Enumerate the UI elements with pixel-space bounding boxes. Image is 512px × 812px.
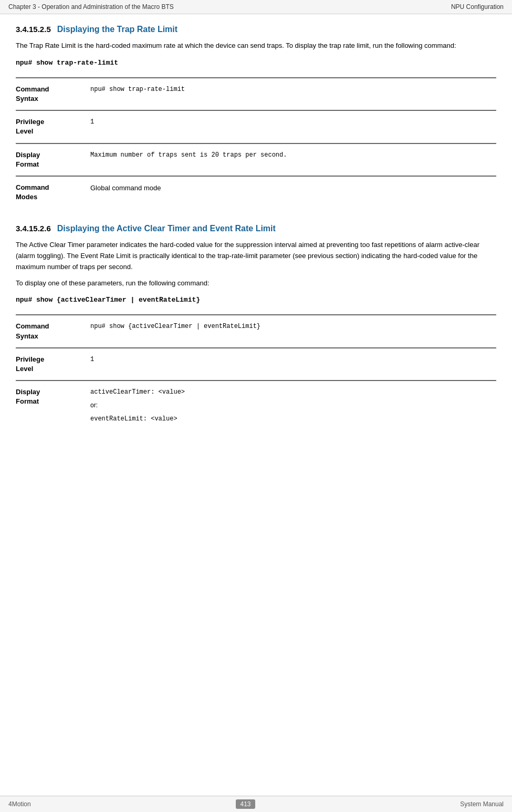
section-1-title: Displaying the Trap Rate Limit xyxy=(57,25,177,34)
section-2-title: Displaying the Active Clear Timer and Ev… xyxy=(57,224,276,233)
label-privilege-level-1: PrivilegeLevel xyxy=(16,111,85,142)
label-display-format-2: DisplayFormat xyxy=(16,381,85,433)
section-1-heading: 3.4.15.2.5 Displaying the Trap Rate Limi… xyxy=(16,25,496,34)
footer-right: System Manual xyxy=(460,800,504,808)
footer-page-number: 413 xyxy=(236,799,255,809)
section-2-row-privilege-level: PrivilegeLevel 1 xyxy=(16,347,496,380)
section-1-row-display-format: DisplayFormat Maximum number of traps se… xyxy=(16,143,496,176)
header-right: NPU Configuration xyxy=(451,3,504,11)
footer-left: 4Motion xyxy=(8,800,31,808)
value-command-modes-1: Global command mode xyxy=(85,177,496,208)
main-content: 3.4.15.2.5 Displaying the Trap Rate Limi… xyxy=(0,14,512,443)
section-2-number: 3.4.15.2.6 xyxy=(16,224,51,233)
label-command-syntax-1: CommandSyntax xyxy=(16,78,85,110)
section-2-row-display-format: DisplayFormat activeClearTimer: <value> … xyxy=(16,380,496,433)
label-command-modes-1: CommandModes xyxy=(16,177,85,208)
page-header: Chapter 3 - Operation and Administration… xyxy=(0,0,512,14)
section-1-table: CommandSyntax npu# show trap-rate-limit … xyxy=(16,77,496,209)
value-display-format-1: Maximum number of traps sent is 20 traps… xyxy=(85,144,496,176)
section-1-row-privilege-level: PrivilegeLevel 1 xyxy=(16,110,496,142)
section-1-row-command-syntax: CommandSyntax npu# show trap-rate-limit xyxy=(16,77,496,110)
section-2-heading: 3.4.15.2.6 Displaying the Active Clear T… xyxy=(16,224,496,233)
header-left: Chapter 3 - Operation and Administration… xyxy=(8,3,174,11)
label-privilege-level-2: PrivilegeLevel xyxy=(16,348,85,380)
section-2-row-command-syntax: CommandSyntax npu# show {activeClearTime… xyxy=(16,314,496,347)
section-1-description: The Trap Rate Limit is the hard-coded ma… xyxy=(16,40,496,52)
value-privilege-level-2: 1 xyxy=(85,348,496,380)
section-2-table: CommandSyntax npu# show {activeClearTime… xyxy=(16,314,496,433)
display-format-line-3: eventRateLimit: <value> xyxy=(90,414,491,424)
section-2-description-1: The Active Clear Timer parameter indicat… xyxy=(16,240,496,272)
label-display-format-1: DisplayFormat xyxy=(16,144,85,176)
value-privilege-level-1: 1 xyxy=(85,111,496,142)
section-2-description-2: To display one of these parameters, run … xyxy=(16,278,496,289)
display-format-line-2: or: xyxy=(90,400,491,410)
label-command-syntax-2: CommandSyntax xyxy=(16,315,85,347)
section-1-number: 3.4.15.2.5 xyxy=(16,25,51,34)
section-1-command: npu# show trap-rate-limit xyxy=(16,59,496,67)
value-command-syntax-2: npu# show {activeClearTimer | eventRateL… xyxy=(85,315,496,347)
section-2-command: npu# show {activeClearTimer | eventRateL… xyxy=(16,296,496,304)
value-display-format-2: activeClearTimer: <value> or: eventRateL… xyxy=(85,381,496,433)
display-format-line-1: activeClearTimer: <value> xyxy=(90,387,491,397)
page-footer: 4Motion 413 System Manual xyxy=(0,796,512,812)
value-command-syntax-1: npu# show trap-rate-limit xyxy=(85,78,496,110)
section-1-row-command-modes: CommandModes Global command mode xyxy=(16,176,496,208)
